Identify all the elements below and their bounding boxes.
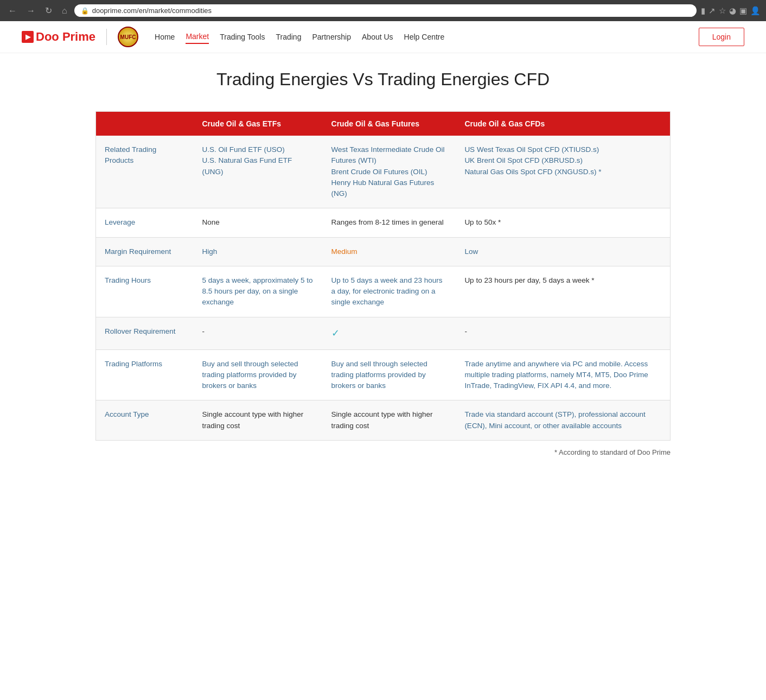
cell-futures-rollover: ✓ bbox=[323, 317, 456, 349]
logo-area: ▶ Doo Prime MUFC bbox=[22, 27, 138, 47]
refresh-button[interactable]: ↻ bbox=[42, 4, 55, 17]
nav-links: Home Market Trading Tools Trading Partne… bbox=[155, 30, 699, 44]
col-header-label bbox=[96, 112, 194, 136]
cfd-platform-text[interactable]: Trade anytime and anywhere via PC and mo… bbox=[464, 360, 648, 390]
nav-home[interactable]: Home bbox=[155, 30, 175, 43]
row-label: Trading Platforms bbox=[96, 349, 194, 400]
cell-cfds-rollover: - bbox=[456, 317, 670, 349]
cell-cfds-leverage: Up to 50x * bbox=[456, 208, 670, 237]
forward-button[interactable]: → bbox=[24, 5, 38, 17]
page-title: Trading Energies Vs Trading Energies CFD bbox=[95, 69, 671, 90]
nav-trading[interactable]: Trading bbox=[276, 30, 301, 43]
margin-high: High bbox=[202, 247, 218, 256]
lock-icon: 🔒 bbox=[81, 7, 89, 15]
col-header-etf: Crude Oil & Gas ETFs bbox=[194, 112, 323, 136]
nav-trading-tools[interactable]: Trading Tools bbox=[220, 30, 265, 43]
cell-etf-leverage: None bbox=[194, 208, 323, 237]
cfd-product-3[interactable]: Natural Gas Oils Spot CFD (XNGUSD.s) * bbox=[464, 168, 601, 176]
futures-product-1[interactable]: West Texas Intermediate Crude Oil Future… bbox=[331, 145, 445, 164]
etf-hours-text[interactable]: 5 days a week, approximately 5 to 8.5 ho… bbox=[202, 276, 313, 307]
futures-platform-text[interactable]: Buy and sell through selected trading pl… bbox=[331, 360, 427, 390]
table-row: Trading Platforms Buy and sell through s… bbox=[96, 349, 671, 400]
etf-product-2[interactable]: U.S. Natural Gas Fund ETF (UNG) bbox=[202, 156, 292, 175]
futures-hours-text[interactable]: Up to 5 days a week and 23 hours a day, … bbox=[331, 276, 443, 307]
layout-icon[interactable]: ▣ bbox=[739, 6, 747, 16]
cast-icon[interactable]: ▮ bbox=[701, 6, 705, 16]
table-row: Rollover Requirement - ✓ - bbox=[96, 317, 671, 349]
row-label: Leverage bbox=[96, 208, 194, 237]
etf-platform-text[interactable]: Buy and sell through selected trading pl… bbox=[202, 360, 298, 390]
nav-partnership[interactable]: Partnership bbox=[312, 30, 351, 43]
cell-etf-account: Single account type with higher trading … bbox=[194, 400, 323, 441]
table-footnote: * According to standard of Doo Prime bbox=[95, 441, 671, 464]
futures-product-3[interactable]: Henry Hub Natural Gas Futures (NG) bbox=[331, 179, 435, 198]
cell-cfds-products: US West Texas Oil Spot CFD (XTIUSD.s) UK… bbox=[456, 136, 670, 208]
page-content: Trading Energies Vs Trading Energies CFD… bbox=[85, 53, 681, 480]
futures-product-2[interactable]: Brent Crude Oil Futures (OIL) bbox=[331, 168, 427, 176]
cfd-product-1[interactable]: US West Texas Oil Spot CFD (XTIUSD.s) bbox=[464, 145, 599, 154]
navbar: ▶ Doo Prime MUFC Home Market Trading Too… bbox=[0, 21, 766, 53]
logo: ▶ Doo Prime bbox=[22, 30, 95, 44]
url-text: dooprime.com/en/market/commodities bbox=[92, 7, 212, 15]
address-bar[interactable]: 🔒 dooprime.com/en/market/commodities bbox=[74, 4, 697, 17]
row-label: Account Type bbox=[96, 400, 194, 441]
nav-help-centre[interactable]: Help Centre bbox=[404, 30, 445, 43]
table-row: Related Trading Products U.S. Oil Fund E… bbox=[96, 136, 671, 208]
row-label: Related Trading Products bbox=[96, 136, 194, 208]
col-header-futures: Crude Oil & Gas Futures bbox=[323, 112, 456, 136]
cell-futures-platforms: Buy and sell through selected trading pl… bbox=[323, 349, 456, 400]
row-label: Margin Requirement bbox=[96, 237, 194, 266]
logo-icon: ▶ bbox=[22, 31, 34, 43]
margin-medium: Medium bbox=[331, 247, 358, 256]
comparison-table: Crude Oil & Gas ETFs Crude Oil & Gas Fut… bbox=[95, 111, 671, 441]
extensions-icon[interactable]: ◕ bbox=[729, 6, 736, 16]
cell-futures-products: West Texas Intermediate Crude Oil Future… bbox=[323, 136, 456, 208]
table-body: Related Trading Products U.S. Oil Fund E… bbox=[96, 136, 671, 440]
table-header: Crude Oil & Gas ETFs Crude Oil & Gas Fut… bbox=[96, 112, 671, 136]
logo-text: Doo Prime bbox=[36, 30, 95, 44]
cell-etf-products: U.S. Oil Fund ETF (USO) U.S. Natural Gas… bbox=[194, 136, 323, 208]
col-header-cfds: Crude Oil & Gas CFDs bbox=[456, 112, 670, 136]
table-row: Margin Requirement High Medium Low bbox=[96, 237, 671, 266]
cell-futures-margin: Medium bbox=[323, 237, 456, 266]
margin-low: Low bbox=[464, 247, 478, 256]
browser-chrome: ← → ↻ ⌂ 🔒 dooprime.com/en/market/commodi… bbox=[0, 0, 766, 21]
cfd-product-2[interactable]: UK Brent Oil Spot CFD (XBRUSD.s) bbox=[464, 156, 583, 164]
cell-etf-margin: High bbox=[194, 237, 323, 266]
table-row: Trading Hours 5 days a week, approximate… bbox=[96, 266, 671, 317]
cell-futures-hours: Up to 5 days a week and 23 hours a day, … bbox=[323, 266, 456, 317]
bookmark-icon[interactable]: ☆ bbox=[719, 6, 726, 16]
home-button[interactable]: ⌂ bbox=[59, 5, 70, 17]
browser-actions: ▮ ↗ ☆ ◕ ▣ 👤 bbox=[701, 6, 761, 16]
manutd-badge: MUFC bbox=[118, 27, 138, 47]
cell-cfds-hours: Up to 23 hours per day, 5 days a week * bbox=[456, 266, 670, 317]
etf-product-1[interactable]: U.S. Oil Fund ETF (USO) bbox=[202, 145, 285, 154]
nav-about-us[interactable]: About Us bbox=[362, 30, 393, 43]
cell-cfds-platforms: Trade anytime and anywhere via PC and mo… bbox=[456, 349, 670, 400]
cell-cfds-margin: Low bbox=[456, 237, 670, 266]
back-button[interactable]: ← bbox=[5, 5, 20, 17]
profile-icon[interactable]: 👤 bbox=[750, 6, 761, 16]
checkmark-icon: ✓ bbox=[331, 328, 340, 339]
table-row: Account Type Single account type with hi… bbox=[96, 400, 671, 441]
cell-etf-hours: 5 days a week, approximately 5 to 8.5 ho… bbox=[194, 266, 323, 317]
login-button[interactable]: Login bbox=[699, 28, 744, 46]
cell-futures-account: Single account type with higher trading … bbox=[323, 400, 456, 441]
cell-etf-platforms: Buy and sell through selected trading pl… bbox=[194, 349, 323, 400]
share-icon[interactable]: ↗ bbox=[708, 6, 716, 16]
row-label: Trading Hours bbox=[96, 266, 194, 317]
logo-divider bbox=[106, 29, 107, 45]
cell-futures-leverage: Ranges from 8-12 times in general bbox=[323, 208, 456, 237]
table-row: Leverage None Ranges from 8-12 times in … bbox=[96, 208, 671, 237]
cell-etf-rollover: - bbox=[194, 317, 323, 349]
row-label: Rollover Requirement bbox=[96, 317, 194, 349]
cell-cfds-account: Trade via standard account (STP), profes… bbox=[456, 400, 670, 441]
cfd-account-text[interactable]: Trade via standard account (STP), profes… bbox=[464, 410, 645, 429]
nav-market[interactable]: Market bbox=[186, 30, 209, 44]
